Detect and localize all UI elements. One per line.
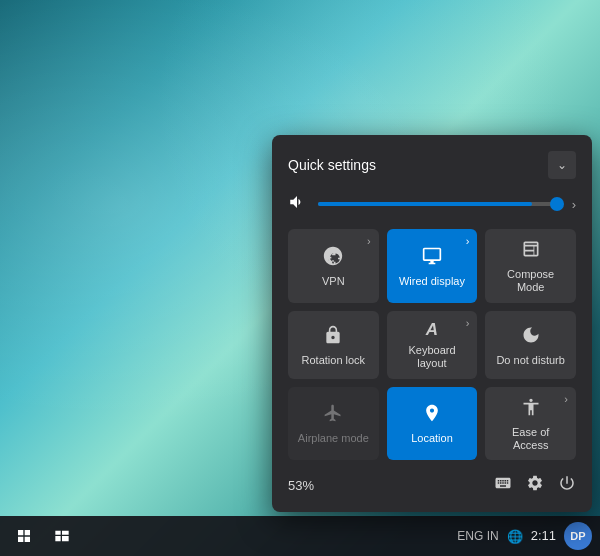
do-not-disturb-icon [521,325,541,348]
qs-header: Quick settings ⌄ [288,151,576,179]
wired-display-icon [422,246,442,269]
rotation-lock-label: Rotation lock [302,354,366,367]
keyboard-layout-label: Keyboard layout [395,344,470,370]
taskbar-right: ENG IN 🌐 2:11 DP [457,522,592,550]
battery-percentage: 53% [288,478,314,493]
airplane-mode-icon [323,403,343,426]
taskbar-language: ENG IN [457,529,498,543]
taskbar-time-block: 2:11 [531,528,556,545]
taskbar-network-icon: 🌐 [507,529,523,544]
start-button[interactable] [8,520,40,552]
keyboard-layout-icon: A [426,321,438,338]
qs-title: Quick settings [288,157,376,173]
location-icon [422,403,442,426]
location-button[interactable]: Location [387,387,478,460]
wired-display-arrow: › [466,235,470,247]
vpn-label: VPN [322,275,345,288]
rotation-lock-icon [323,325,343,348]
wired-display-label: Wired display [399,275,465,288]
volume-slider[interactable] [318,202,562,206]
taskbar-time: 2:11 [531,528,556,545]
qs-buttons-grid: › VPN › Wired display Compose Mode [288,229,576,460]
power-footer-icon[interactable] [558,474,576,496]
airplane-mode-button[interactable]: Airplane mode [288,387,379,460]
footer-icons [494,474,576,496]
settings-footer-icon[interactable] [526,474,544,496]
volume-thumb [550,197,564,211]
qs-footer: 53% [288,474,576,496]
vpn-icon [323,246,343,269]
taskbar-avatar[interactable]: DP [564,522,592,550]
rotation-lock-button[interactable]: Rotation lock [288,311,379,379]
task-view-button[interactable] [46,520,78,552]
compose-mode-label: Compose Mode [493,268,568,294]
keyboard-layout-button[interactable]: › A Keyboard layout [387,311,478,379]
compose-mode-icon [521,239,541,262]
volume-icon [288,193,308,215]
volume-row: › [288,193,576,215]
ease-of-access-arrow: › [564,393,568,405]
wired-display-button[interactable]: › Wired display [387,229,478,302]
airplane-mode-label: Airplane mode [298,432,369,445]
do-not-disturb-label: Do not disturb [496,354,564,367]
taskbar: ENG IN 🌐 2:11 DP [0,516,600,556]
volume-arrow[interactable]: › [572,197,576,212]
quick-settings-panel: Quick settings ⌄ › › VPN › Wired d [272,135,592,512]
ease-of-access-label: Ease of Access [493,426,568,452]
vpn-button[interactable]: › VPN [288,229,379,302]
taskbar-left [8,520,78,552]
keyboard-footer-icon[interactable] [494,474,512,496]
compose-mode-button[interactable]: Compose Mode [485,229,576,302]
ease-of-access-button[interactable]: › Ease of Access [485,387,576,460]
location-label: Location [411,432,453,445]
do-not-disturb-button[interactable]: Do not disturb [485,311,576,379]
keyboard-layout-arrow: › [466,317,470,329]
ease-of-access-icon [521,397,541,420]
qs-collapse-button[interactable]: ⌄ [548,151,576,179]
volume-fill [318,202,532,206]
vpn-arrow: › [367,235,371,247]
